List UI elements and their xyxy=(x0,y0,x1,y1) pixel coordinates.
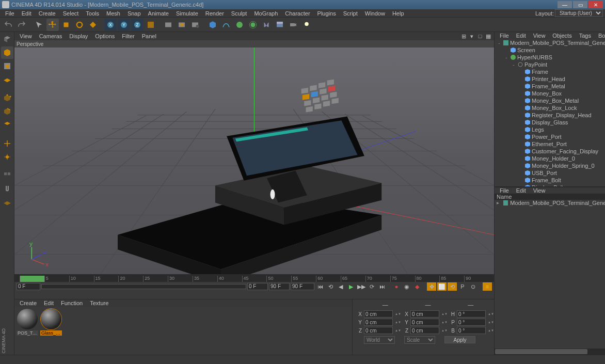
expand-icon[interactable] xyxy=(518,127,523,132)
expand-icon[interactable] xyxy=(504,48,509,53)
expand-icon[interactable] xyxy=(518,178,523,183)
add-spline-button[interactable] xyxy=(220,19,232,31)
expand-icon[interactable] xyxy=(518,105,523,110)
object-row[interactable]: Frame_Metal xyxy=(495,83,605,90)
layout-selector[interactable]: Startup (User) xyxy=(555,9,603,17)
attrmenu-file[interactable]: File xyxy=(497,187,512,194)
coord-size-field[interactable]: 0 cm xyxy=(410,319,439,326)
menu-create[interactable]: Create xyxy=(36,10,59,17)
matmenu-edit[interactable]: Edit xyxy=(41,300,57,306)
menu-window[interactable]: Window xyxy=(362,10,388,17)
y-axis-button[interactable]: Y xyxy=(118,19,130,31)
key-rot-button[interactable]: ⟲ xyxy=(448,282,457,291)
axis-mode-button[interactable] xyxy=(1,137,13,150)
object-row[interactable]: Ethernet_Port xyxy=(495,140,605,148)
rotate-button[interactable] xyxy=(73,19,86,31)
play-button[interactable]: ▶ xyxy=(346,282,356,291)
undo-button[interactable] xyxy=(2,19,14,31)
prev-key-button[interactable]: ⟲ xyxy=(326,282,335,291)
matmenu-texture[interactable]: Texture xyxy=(87,300,112,306)
autokey-button[interactable]: ◉ xyxy=(402,282,411,291)
coord-pos-field[interactable]: 0 cm xyxy=(364,319,393,326)
object-row[interactable]: Printer_Head xyxy=(495,75,605,83)
tweak-mode-button[interactable] xyxy=(1,151,13,163)
coord-apply-button[interactable]: Apply xyxy=(444,336,475,343)
timeline-ruler[interactable]: 051015202530354045505560657075808590 xyxy=(14,275,494,282)
objmenu-file[interactable]: File xyxy=(497,33,512,39)
coord-scale-select[interactable]: Scale xyxy=(404,336,435,344)
menu-animate[interactable]: Animate xyxy=(145,10,172,17)
menu-render[interactable]: Render xyxy=(202,10,227,17)
x-axis-button[interactable]: X xyxy=(104,19,117,31)
objmenu-view[interactable]: View xyxy=(530,33,549,39)
next-key-button[interactable]: ⟳ xyxy=(367,282,376,291)
next-frame-button[interactable]: ▶▶ xyxy=(357,282,366,291)
object-row[interactable]: Legs xyxy=(495,126,605,133)
timeline-end-field[interactable]: 90 F xyxy=(291,283,314,290)
add-nurbs-button[interactable] xyxy=(233,19,246,31)
object-row[interactable]: Screen xyxy=(495,46,605,54)
coord-size-field[interactable]: 0 cm xyxy=(410,310,439,318)
object-row[interactable]: -Modern_Mobile_POS_Terminal_Generic xyxy=(495,39,605,46)
expand-icon[interactable] xyxy=(518,120,523,125)
expand-icon[interactable] xyxy=(518,91,523,96)
timeline-cur-end-field[interactable]: 90 F xyxy=(269,283,290,290)
expand-icon[interactable] xyxy=(518,69,523,74)
last-tool-button[interactable] xyxy=(87,19,99,31)
expand-icon[interactable] xyxy=(518,84,523,89)
attrmenu-edit[interactable]: Edit xyxy=(513,187,529,194)
coord-rot-field[interactable]: 0 ° xyxy=(457,327,486,334)
object-row[interactable]: Money_Box_Lock xyxy=(495,104,605,112)
move-button[interactable] xyxy=(46,19,59,31)
coord-size-field[interactable]: 0 cm xyxy=(410,327,439,334)
objmenu-objects[interactable]: Objects xyxy=(549,33,575,39)
make-editable-button[interactable] xyxy=(1,33,13,45)
scale-button[interactable] xyxy=(60,19,72,31)
coord-rot-field[interactable]: 0 ° xyxy=(457,319,486,326)
object-row[interactable]: Money_Holder_0 xyxy=(495,155,605,162)
window-minimize-button[interactable]: — xyxy=(558,1,572,8)
render-settings-button[interactable] xyxy=(189,19,201,31)
menu-plugins[interactable]: Plugins xyxy=(314,10,339,17)
viewport-config-icon[interactable]: ⊞ xyxy=(460,33,467,40)
add-light-button[interactable] xyxy=(300,19,313,31)
menu-select[interactable]: Select xyxy=(60,10,82,17)
expand-icon[interactable] xyxy=(518,163,523,168)
key-pla-button[interactable]: ⊙ xyxy=(468,282,477,291)
prev-frame-button[interactable]: ◀ xyxy=(336,282,345,291)
point-mode-button[interactable] xyxy=(1,92,13,104)
menu-help[interactable]: Help xyxy=(389,10,407,17)
menu-script[interactable]: Script xyxy=(340,10,361,17)
menu-mesh[interactable]: Mesh xyxy=(103,10,123,17)
matmenu-create[interactable]: Create xyxy=(17,300,40,306)
goto-end-button[interactable]: ⏭ xyxy=(377,282,387,291)
texture-mode-button[interactable] xyxy=(1,60,13,72)
vpmenu-options[interactable]: Options xyxy=(92,33,118,39)
vpmenu-filter[interactable]: Filter xyxy=(119,33,137,39)
goto-start-button[interactable]: ⏮ xyxy=(315,282,325,291)
menu-snap[interactable]: Snap xyxy=(124,10,144,17)
menu-edit[interactable]: Edit xyxy=(19,10,35,17)
object-row[interactable]: Money_Box xyxy=(495,90,605,97)
locked-workplane-button[interactable] xyxy=(1,196,13,209)
object-manager-tree[interactable]: -Modern_Mobile_POS_Terminal_GenericScree… xyxy=(495,39,605,186)
coord-system-button[interactable] xyxy=(145,19,157,31)
timeline-range-slider[interactable] xyxy=(41,284,246,289)
timeline-cur-start-field[interactable]: 0 F xyxy=(247,283,268,290)
add-camera-button[interactable] xyxy=(287,19,299,31)
timeline-options-button[interactable]: ≡ xyxy=(483,282,492,291)
objmenu-bookmarks[interactable]: Bookmarks xyxy=(595,33,605,39)
viewport-solo-button[interactable] xyxy=(1,169,13,182)
expand-icon[interactable]: - xyxy=(504,55,509,60)
coord-world-select[interactable]: World xyxy=(364,336,395,344)
right-scrollbar[interactable] xyxy=(495,349,605,355)
object-row[interactable]: Display_Glass xyxy=(495,119,605,126)
object-row[interactable]: USB_Port xyxy=(495,169,605,177)
menu-character[interactable]: Character xyxy=(282,10,313,17)
keyframe-sel-button[interactable]: ◆ xyxy=(412,282,422,291)
expand-icon[interactable] xyxy=(518,76,523,82)
object-row[interactable]: -PayPoint xyxy=(495,61,605,68)
objmenu-edit[interactable]: Edit xyxy=(513,33,529,39)
expand-icon[interactable] xyxy=(518,156,523,161)
record-button[interactable]: ● xyxy=(392,282,401,291)
